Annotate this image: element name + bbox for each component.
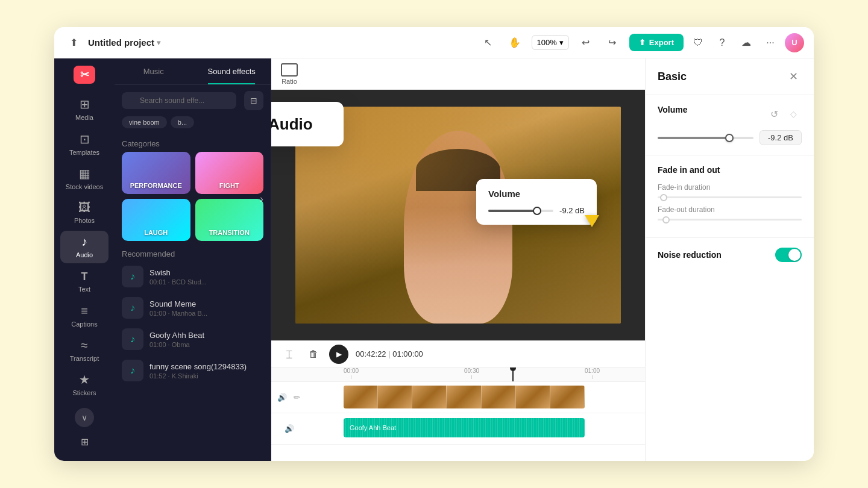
video-track-content	[307, 382, 645, 413]
sound-item-info: Goofy Ahh Beat 01:00 · Obma	[149, 331, 263, 348]
audio-track[interactable]: Goofy Ahh Beat	[344, 418, 585, 437]
category-laugh[interactable]: LAUGH	[122, 199, 190, 241]
reset-volume-button[interactable]: ↺	[766, 105, 782, 122]
track-side-audio: 🔊	[271, 423, 307, 435]
photos-icon: 🖼	[78, 201, 90, 214]
sidebar-item-photos[interactable]: 🖼 Photos	[60, 196, 108, 228]
trim-tool-button[interactable]: ⌶	[281, 346, 298, 363]
sidebar-item-stickers[interactable]: ★ Stickers	[60, 369, 108, 401]
sidebar-item-extra[interactable]: ⊞	[60, 430, 108, 454]
tag-vine-boom[interactable]: vine boom	[122, 116, 167, 128]
fade-out-slider[interactable]	[658, 219, 802, 221]
play-icon: ▶	[336, 350, 342, 358]
avatar[interactable]: U	[785, 33, 804, 52]
video-thumb-6	[516, 386, 550, 408]
search-wrap: 🔍	[122, 92, 239, 109]
sound-note-icon: ♪	[122, 328, 143, 350]
sound-item-info: Swish 00:01 · BCD Stud...	[149, 268, 263, 286]
filter-button[interactable]: ⊟	[244, 91, 263, 110]
ratio-icon	[281, 63, 298, 77]
undo-button[interactable]: ↩	[576, 33, 596, 52]
category-fight[interactable]: FIGHT	[195, 152, 264, 194]
ratio-button[interactable]: Ratio	[281, 63, 298, 85]
sound-search-row: 🔍 ⊟	[115, 85, 271, 116]
audio-volume-button[interactable]: 🔊	[283, 423, 295, 435]
play-button[interactable]: ▶	[329, 345, 348, 364]
track-side-video: 🔊 ✏	[271, 392, 307, 404]
volume-slider[interactable]	[488, 210, 553, 212]
playhead	[512, 368, 514, 381]
export-button[interactable]: ⬆ Export	[629, 34, 684, 51]
help-button[interactable]: ?	[712, 33, 732, 52]
top-bar-left: ⬆ Untitled project ▾	[64, 33, 471, 52]
project-title-text: Untitled project	[88, 37, 154, 48]
sidebar-expand-button[interactable]: ∨	[75, 408, 94, 427]
categories-label: Categories	[115, 134, 271, 152]
sidebar-item-transcript[interactable]: ≈ Transcript	[60, 334, 108, 366]
video-frame: Volume -9.2 dB	[295, 107, 621, 324]
search-input[interactable]	[122, 92, 236, 109]
tab-sound-effects[interactable]: Sound effects	[193, 58, 271, 84]
category-transition[interactable]: TRANSITION	[195, 199, 264, 241]
fade-in-slider[interactable]	[658, 196, 802, 198]
cloud-button[interactable]: ☁	[737, 33, 756, 52]
video-thumb-7	[550, 386, 585, 408]
captions-icon: ≡	[81, 304, 88, 318]
category-performance[interactable]: PERFORMANCE	[122, 152, 190, 194]
tag-b[interactable]: b...	[171, 116, 194, 128]
sound-item-info: Sound Meme 01:00 · Manhoa B...	[149, 299, 263, 317]
sound-item-meme[interactable]: ♪ Sound Meme 01:00 · Manhoa B...	[115, 292, 271, 324]
grid-icon: ⊞	[81, 436, 89, 448]
left-sidebar: ✂ ⊞ Media ⊡ Templates ▦ Stock videos 🖼 P…	[54, 58, 115, 461]
sidebar-item-templates[interactable]: ⊡ Templates	[60, 128, 108, 160]
hand-tool-button[interactable]: ✋	[505, 33, 524, 52]
delete-tool-button[interactable]: 🗑	[305, 346, 322, 363]
fade-in-thumb	[660, 194, 667, 201]
tab-music[interactable]: Music	[115, 58, 193, 84]
sidebar-item-media[interactable]: ⊞ Media	[60, 93, 108, 125]
sidebar-item-audio[interactable]: ♪ Audio	[60, 231, 108, 263]
chevron-down-icon: ▾	[157, 39, 160, 47]
close-panel-button[interactable]: ✕	[785, 68, 802, 85]
fade-section: Fade in and out Fade-in duration Fade-ou…	[646, 155, 814, 238]
timeline-area: ⌶ 🗑 ▶ 00:42:22 | 01:00:00	[271, 340, 645, 461]
video-track[interactable]	[344, 386, 585, 408]
sound-note-icon: ♪	[122, 360, 143, 381]
sound-item-goofy[interactable]: ♪ Goofy Ahh Beat 01:00 · Obma	[115, 324, 271, 355]
toggle-knob	[788, 249, 800, 261]
volume-track[interactable]	[658, 137, 753, 139]
upload-button[interactable]: ⬆	[64, 33, 83, 52]
volume-value-box: -9.2 dB	[760, 130, 802, 145]
volume-slider-row-panel: -9.2 dB	[658, 130, 802, 145]
top-bar-right: ⬆ Export 🛡 ? ☁ ··· U	[629, 33, 804, 52]
recommended-label: Recommended	[115, 246, 271, 261]
tags-row: vine boom b...	[115, 116, 271, 134]
sound-item-swish[interactable]: ♪ Swish 00:01 · BCD Stud...	[115, 261, 271, 292]
sidebar-item-stock[interactable]: ▦ Stock videos	[60, 162, 108, 194]
transcript-icon: ≈	[81, 339, 88, 352]
sidebar-item-text[interactable]: T Text	[60, 266, 108, 298]
right-panel: Basic ✕ Volume ↺ ◇ -9.2 dB	[645, 58, 814, 461]
project-title-btn[interactable]: Untitled project ▾	[88, 37, 160, 48]
sound-item-funny[interactable]: ♪ funny scene song(1294833) 01:52 · K.Sh…	[115, 355, 271, 386]
more-button[interactable]: ···	[761, 33, 780, 52]
volume-mute-button[interactable]: 🔊	[276, 392, 288, 404]
sound-panel-tabs: Music Sound effects	[115, 58, 271, 85]
edit-track-button[interactable]: ✏	[291, 392, 303, 404]
fade-out-thumb	[662, 216, 670, 224]
sidebar-item-captions[interactable]: ≡ Captions	[60, 300, 108, 332]
shield-icon-button[interactable]: 🛡	[688, 33, 708, 52]
noise-reduction-toggle[interactable]	[775, 248, 802, 262]
chevron-down-icon: ▾	[559, 38, 564, 47]
video-thumb-5	[482, 386, 516, 408]
video-thumb-3	[412, 386, 447, 408]
volume-thumb	[725, 134, 734, 142]
export-icon: ⬆	[639, 38, 646, 47]
video-preview: ♫♩ Audio Volume	[271, 90, 645, 340]
volume-popup: Volume -9.2 dB	[476, 179, 597, 225]
pointer-tool-button[interactable]: ↖	[479, 33, 498, 52]
zoom-select[interactable]: 100% ▾	[532, 35, 569, 50]
redo-button[interactable]: ↪	[603, 33, 622, 52]
sound-note-icon: ♪	[122, 266, 143, 287]
keyframe-button[interactable]: ◇	[785, 105, 802, 122]
